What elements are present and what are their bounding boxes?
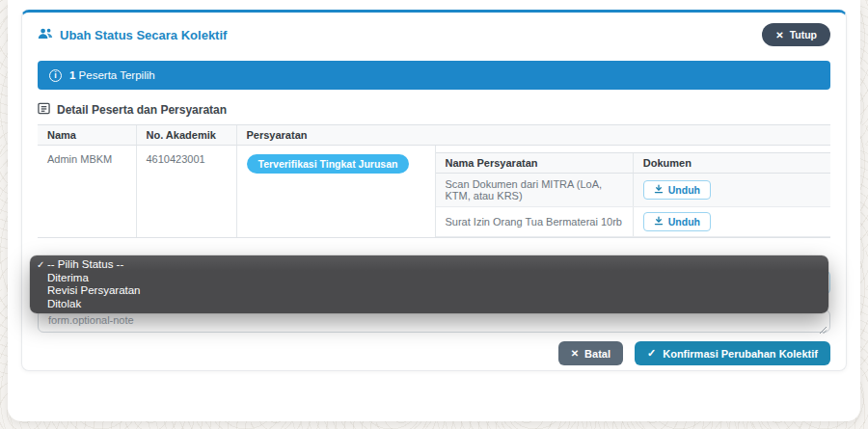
info-icon: i [49, 69, 62, 82]
table-row: Admin MBKM 4610423001 Terverifikasi Ting… [38, 146, 830, 238]
requirement-row: Scan Dokumen dari MITRA (LoA, KTM, atau … [436, 174, 831, 207]
close-button[interactable]: ✕ Tutup [762, 23, 830, 46]
section-title: Detail Peserta dan Persyaratan [38, 102, 830, 118]
download-icon [654, 216, 664, 228]
participants-header-row: Nama No. Akademik Persyaratan [38, 125, 830, 146]
list-icon [38, 102, 50, 118]
download-icon [654, 184, 664, 196]
status-dropdown-menu: ✓ -- Pilih Status -- Diterima Revisi Per… [30, 255, 828, 313]
status-badge: Terverifikasi Tingkat Jurusan [247, 154, 410, 174]
participants-table: Nama No. Akademik Persyaratan Admin MBKM… [38, 124, 830, 238]
requirement-name: Surat Izin Orang Tua Bermaterai 10rb [436, 207, 634, 237]
dropdown-option-placeholder[interactable]: ✓ -- Pilih Status -- [30, 258, 828, 272]
check-icon: ✓ [647, 347, 656, 360]
dropdown-option-revisi[interactable]: Revisi Persyaratan [30, 284, 828, 298]
download-label: Unduh [668, 216, 700, 228]
selected-count: 1 [69, 69, 75, 81]
cell-nama: Admin MBKM [38, 146, 136, 238]
close-label: Tutup [790, 29, 817, 40]
cell-requirements: Nama Persyaratan Dokumen Scan Dokumen da… [435, 146, 830, 238]
close-icon: ✕ [775, 30, 783, 40]
cell-no-akademik: 4610423001 [136, 146, 236, 238]
download-button[interactable]: Unduh [643, 180, 711, 200]
modal-title-text: Ubah Status Secara Kolektif [60, 28, 227, 42]
cell-status: Terverifikasi Tingkat Jurusan [236, 146, 435, 238]
selected-count-banner: i 1 Peserta Terpilih [38, 61, 830, 90]
selected-label: Peserta Terpilih [79, 69, 155, 81]
confirm-label: Konfirmasi Perubahan Kolektif [663, 348, 818, 360]
requirement-name: Scan Dokumen dari MITRA (LoA, KTM, atau … [436, 174, 634, 207]
requirement-row: Surat Izin Orang Tua Bermaterai 10rb [436, 207, 831, 237]
users-icon [38, 27, 53, 42]
col-header-nama: Nama [38, 125, 136, 146]
requirements-table: Nama Persyaratan Dokumen Scan Dokumen da… [436, 152, 831, 237]
modal-header: Ubah Status Secara Kolektif ✕ Tutup [22, 13, 846, 55]
col-header-dokumen: Dokumen [633, 153, 830, 174]
col-header-no-akademik: No. Akademik [136, 125, 236, 146]
modal-footer: ✕ Batal ✓ Konfirmasi Perubahan Kolektif [558, 341, 830, 365]
requirements-header-row: Nama Persyaratan Dokumen [436, 153, 831, 174]
cancel-button[interactable]: ✕ Batal [558, 341, 623, 365]
bulk-status-modal: Ubah Status Secara Kolektif ✕ Tutup i 1 … [21, 10, 847, 371]
confirm-button[interactable]: ✓ Konfirmasi Perubahan Kolektif [635, 341, 830, 365]
modal-title: Ubah Status Secara Kolektif [38, 27, 227, 42]
banner-text: 1 Peserta Terpilih [69, 69, 155, 81]
cancel-label: Batal [584, 348, 610, 360]
download-label: Unduh [668, 184, 700, 196]
check-icon: ✓ [37, 258, 44, 272]
close-icon: ✕ [571, 348, 579, 359]
col-header-persyaratan: Persyaratan [236, 125, 830, 146]
download-button[interactable]: Unduh [643, 212, 711, 231]
col-header-nama-persyaratan: Nama Persyaratan [436, 153, 634, 174]
section-title-text: Detail Peserta dan Persyaratan [57, 103, 227, 117]
dropdown-option-diterima[interactable]: Diterima [30, 272, 828, 285]
dropdown-option-ditolak[interactable]: Ditolak [30, 298, 828, 311]
